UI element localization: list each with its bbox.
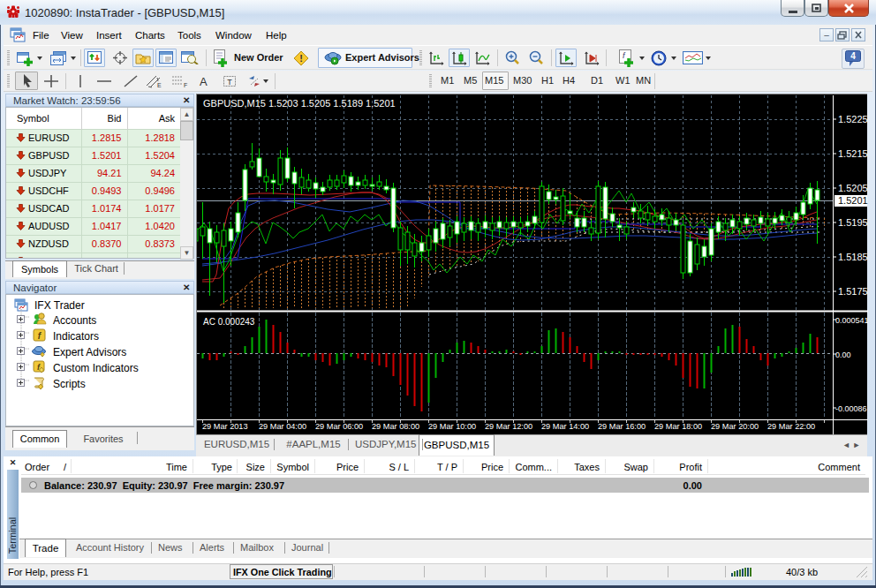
svg-text:E: E [157, 82, 162, 88]
svg-text:!: ! [299, 53, 303, 64]
svg-text:1.5215: 1.5215 [838, 148, 868, 159]
svg-text:29 Mar 20:00: 29 Mar 20:00 [711, 422, 759, 431]
svg-text:GBPUSD,M15 1.5203 1.5205 1.51: GBPUSD,M15 1.5203 1.5205 1.5189 1.5201 [203, 98, 396, 109]
svg-text:1.5205: 1.5205 [838, 183, 868, 193]
svg-text:29 Mar 16:00: 29 Mar 16:00 [598, 422, 646, 431]
svg-text:29 Mar 22:00: 29 Mar 22:00 [767, 422, 815, 431]
svg-text:-0.00086: -0.00086 [835, 404, 867, 413]
svg-text:F: F [184, 82, 187, 88]
svg-text:1.5185: 1.5185 [838, 252, 868, 262]
svg-text:0.000541: 0.000541 [835, 316, 868, 325]
svg-text:29 Mar 12:00: 29 Mar 12:00 [485, 422, 532, 431]
svg-text:29 Mar 04:00: 29 Mar 04:00 [259, 422, 306, 431]
svg-text:AC 0.000243: AC 0.000243 [203, 317, 255, 327]
svg-text:29 Mar 06:00: 29 Mar 06:00 [315, 422, 363, 431]
svg-text:29 Mar 08:00: 29 Mar 08:00 [372, 422, 419, 431]
svg-text:4: 4 [850, 51, 856, 61]
svg-text:1.5195: 1.5195 [838, 217, 868, 228]
svg-text:1.5175: 1.5175 [838, 286, 868, 297]
svg-text:1.5225: 1.5225 [838, 114, 868, 124]
svg-text:29 Mar 2013: 29 Mar 2013 [202, 422, 248, 431]
svg-text:29 Mar 14:00: 29 Mar 14:00 [541, 422, 589, 431]
svg-text:0.00: 0.00 [835, 351, 851, 359]
svg-text:1.5201: 1.5201 [838, 195, 868, 206]
svg-text:29 Mar 18:00: 29 Mar 18:00 [654, 422, 702, 431]
svg-text:29 Mar 10:00: 29 Mar 10:00 [428, 422, 476, 431]
svg-text:T: T [227, 78, 232, 87]
